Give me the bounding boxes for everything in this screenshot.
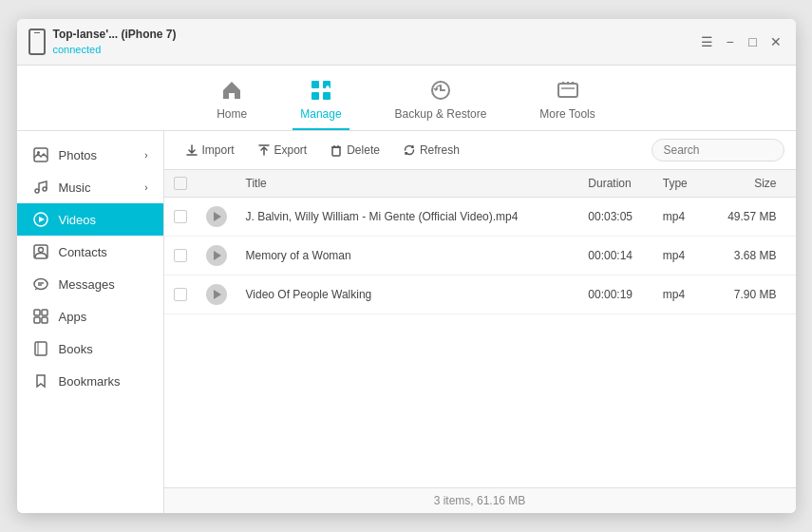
bookmarks-icon (32, 372, 49, 390)
row-check-cell (164, 198, 197, 237)
contacts-label: Contacts (59, 245, 107, 259)
tab-manage[interactable]: Manage (293, 73, 349, 130)
title-bar: Top-lanse'... (iPhone 7) connected ☰ − □… (17, 19, 796, 66)
trash-icon (330, 143, 343, 157)
videos-label: Videos (59, 213, 97, 227)
apps-icon (32, 308, 49, 325)
play-button-2[interactable] (206, 284, 227, 305)
table-header: Title Duration Type Size (164, 170, 796, 198)
svg-point-17 (38, 248, 43, 253)
svg-rect-5 (558, 84, 577, 97)
select-all-checkbox[interactable] (174, 177, 187, 190)
play-button-1[interactable] (206, 245, 227, 266)
minimize-button[interactable]: − (722, 33, 739, 50)
row-size-2: 7.90 MB (705, 276, 796, 314)
row-duration-2: 00:00:19 (578, 276, 652, 314)
music-chevron: › (144, 182, 147, 193)
row-checkbox-1[interactable] (174, 249, 187, 262)
tab-home[interactable]: Home (209, 73, 255, 130)
sidebar-item-apps[interactable]: Apps (17, 300, 163, 332)
row-size-0: 49.57 MB (705, 198, 796, 237)
messages-icon (32, 276, 49, 293)
header-size: Size (705, 170, 796, 198)
videos-table: Title Duration Type Size J. Balvin, Will (164, 170, 796, 314)
svg-rect-0 (312, 81, 319, 88)
export-icon (257, 143, 271, 157)
device-name: Top-lanse'... (iPhone 7) (53, 27, 177, 43)
tab-backup[interactable]: Backup & Restore (387, 73, 495, 130)
status-bar: 3 items, 61.16 MB (164, 487, 796, 513)
svg-rect-23 (34, 317, 40, 323)
header-play (197, 170, 236, 198)
table-row: J. Balvin, Willy William - Mi Gente (Off… (164, 198, 796, 237)
sidebar-item-photos[interactable]: Photos › (17, 139, 163, 171)
device-info-section: Top-lanse'... (iPhone 7) connected (28, 27, 177, 57)
manage-icon (308, 77, 334, 104)
books-icon (32, 340, 49, 357)
svg-point-12 (35, 189, 39, 193)
home-icon (218, 77, 245, 104)
row-size-1: 3.68 MB (705, 237, 796, 276)
svg-rect-27 (332, 147, 340, 156)
row-checkbox-2[interactable] (174, 288, 187, 301)
play-arrow-1 (214, 251, 221, 260)
sidebar-item-books[interactable]: Books (17, 332, 163, 365)
refresh-icon (403, 143, 416, 157)
refresh-button[interactable]: Refresh (393, 140, 469, 161)
tab-backup-label: Backup & Restore (395, 107, 487, 121)
header-type: Type (653, 170, 705, 198)
row-type-1: mp4 (653, 237, 705, 276)
tab-tools-label: More Tools (539, 107, 595, 121)
photos-label: Photos (59, 148, 97, 162)
row-checkbox-0[interactable] (174, 210, 187, 223)
app-window: Top-lanse'... (iPhone 7) connected ☰ − □… (17, 19, 796, 513)
sidebar-item-contacts[interactable]: Contacts (17, 236, 163, 268)
svg-rect-21 (34, 310, 40, 315)
device-info: Top-lanse'... (iPhone 7) connected (53, 27, 177, 57)
sidebar: Photos › Music › (17, 131, 164, 513)
svg-marker-15 (39, 217, 45, 222)
sidebar-item-videos[interactable]: Videos (17, 203, 163, 236)
tools-icon (555, 77, 581, 104)
row-type-0: mp4 (653, 198, 705, 237)
sidebar-item-music[interactable]: Music › (17, 171, 163, 203)
row-title-1: Memory of a Woman (236, 237, 579, 276)
header-duration: Duration (578, 170, 652, 198)
row-play-cell (197, 198, 236, 237)
window-controls: ☰ − □ ✕ (699, 33, 784, 50)
svg-rect-2 (312, 92, 319, 100)
row-play-cell (197, 237, 236, 276)
play-arrow-0 (214, 212, 221, 221)
tab-manage-label: Manage (300, 107, 341, 121)
table-body: J. Balvin, Willy William - Mi Gente (Off… (164, 198, 796, 314)
main-layout: Photos › Music › (17, 131, 796, 513)
delete-button[interactable]: Delete (320, 140, 389, 161)
search-input[interactable] (651, 139, 784, 162)
export-button[interactable]: Export (248, 140, 317, 161)
backup-icon (427, 77, 454, 104)
row-type-2: mp4 (653, 276, 705, 314)
music-icon (32, 179, 49, 196)
sidebar-item-messages[interactable]: Messages (17, 268, 163, 300)
maximize-button[interactable]: □ (745, 33, 762, 50)
tab-tools[interactable]: More Tools (532, 73, 602, 130)
status-text: 3 items, 61.16 MB (434, 494, 526, 507)
import-button[interactable]: Import (176, 140, 244, 161)
header-check (164, 170, 197, 198)
import-icon (185, 143, 198, 157)
svg-rect-25 (35, 342, 47, 355)
sidebar-item-bookmarks[interactable]: Bookmarks (17, 365, 163, 397)
messages-label: Messages (59, 277, 115, 292)
menu-button[interactable]: ☰ (699, 33, 716, 50)
tab-home-label: Home (217, 107, 247, 121)
device-icon (28, 28, 46, 55)
content-area: Import Export Delete (164, 131, 796, 513)
bookmarks-label: Bookmarks (59, 374, 121, 389)
row-duration-1: 00:00:14 (578, 237, 652, 276)
table-row: Video Of People Walking 00:00:19 mp4 7.9… (164, 276, 796, 314)
close-button[interactable]: ✕ (767, 33, 784, 50)
play-button-0[interactable] (206, 206, 227, 227)
device-status: connected (53, 43, 177, 57)
row-play-cell (197, 276, 236, 314)
svg-point-13 (43, 187, 47, 191)
